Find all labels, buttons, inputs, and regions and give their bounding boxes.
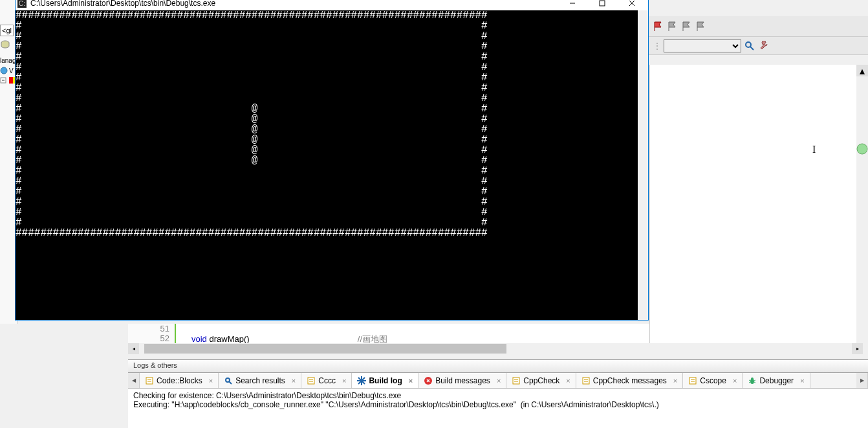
svg-rect-9 xyxy=(146,377,153,384)
error-icon xyxy=(424,376,433,385)
logs-tab-cppcheck[interactable]: CppCheck× xyxy=(506,373,576,388)
tabs-next-icon[interactable]: ▶ xyxy=(856,373,868,388)
console-scrollbar[interactable] xyxy=(638,10,648,320)
svg-line-36 xyxy=(749,380,750,381)
svg-point-35 xyxy=(751,377,754,380)
search-icon[interactable] xyxy=(744,40,755,52)
console-window: C: C:\Users\Administrator\Desktop\tcs\bi… xyxy=(15,0,649,321)
search-combo[interactable] xyxy=(664,39,741,52)
fn-name: drawMap() xyxy=(207,334,250,344)
svg-point-6 xyxy=(746,42,751,47)
ide-search-row: ⋮ xyxy=(648,37,868,55)
notes-icon xyxy=(307,376,316,385)
svg-rect-4 xyxy=(9,77,13,84)
logs-panel: Logs & others ◀ Code::Blocks×Search resu… xyxy=(128,359,868,428)
logs-tab-cccc[interactable]: Cccc× xyxy=(301,373,352,388)
tab-close-icon[interactable]: × xyxy=(566,377,570,385)
editor-hscroll[interactable]: ◂ ▸ xyxy=(128,343,863,354)
svg-rect-31 xyxy=(689,377,696,384)
svg-rect-28 xyxy=(583,377,589,384)
search-icon xyxy=(224,376,233,385)
tabs-prev-icon[interactable]: ◀ xyxy=(128,373,140,388)
scroll-thumb[interactable] xyxy=(144,344,506,354)
tab-label: CppCheck messages xyxy=(593,376,667,385)
svg-point-1 xyxy=(1,67,7,74)
tab-label: Code::Blocks xyxy=(157,376,202,385)
minus-box-icon xyxy=(0,77,8,85)
svg-text:C:: C: xyxy=(19,0,25,7)
scroll-track[interactable] xyxy=(139,343,852,354)
grip-icon: ⋮ xyxy=(653,41,661,51)
globe-icon xyxy=(0,67,8,74)
logs-tab-cscope[interactable]: Cscope× xyxy=(683,373,743,388)
tab-close-icon[interactable]: × xyxy=(673,377,677,385)
close-button[interactable] xyxy=(617,0,647,10)
notes-icon xyxy=(688,376,697,385)
keyword-void: void xyxy=(191,334,207,344)
tab-label: Debugger xyxy=(759,376,794,385)
tab-close-icon[interactable]: × xyxy=(292,377,296,385)
notes-icon xyxy=(145,376,154,385)
svg-line-38 xyxy=(749,382,750,383)
scroll-left-icon[interactable]: ◂ xyxy=(128,343,139,354)
logs-title: Logs & others xyxy=(128,360,868,373)
flag-red-icon[interactable] xyxy=(653,21,665,32)
build-log-output[interactable]: Checking for existence: C:\Users\Adminis… xyxy=(128,389,868,412)
comment: //画地图 xyxy=(358,334,387,344)
scroll-indicator xyxy=(856,142,868,155)
maximize-button[interactable] xyxy=(587,0,617,10)
logs-tab-cppcheck-messages[interactable]: CppCheck messages× xyxy=(576,373,684,388)
console-titlebar[interactable]: C: C:\Users\Administrator\Desktop\tcs\bi… xyxy=(16,0,648,10)
tab-close-icon[interactable]: × xyxy=(800,377,804,385)
tab-label: Cscope xyxy=(700,376,726,385)
svg-line-39 xyxy=(754,382,755,383)
wrench-icon[interactable] xyxy=(758,40,770,52)
tab-close-icon[interactable]: × xyxy=(497,377,501,385)
svg-line-7 xyxy=(750,47,754,50)
tab-close-icon[interactable]: × xyxy=(342,377,346,385)
logs-tab-build-log[interactable]: Build log× xyxy=(352,373,418,388)
ide-editor-blank xyxy=(649,65,868,350)
scroll-up-icon[interactable]: ▴ xyxy=(856,65,868,76)
flag-grey-icon[interactable] xyxy=(696,21,708,32)
logs-tab-build-messages[interactable]: Build messages× xyxy=(418,373,506,388)
svg-rect-14 xyxy=(308,377,314,384)
flag-grey-icon[interactable] xyxy=(682,21,693,32)
global-tag: <gl xyxy=(0,25,14,36)
tab-label: Cccc xyxy=(318,376,336,385)
notes-icon xyxy=(581,376,591,385)
logs-tab-debugger[interactable]: Debugger× xyxy=(743,373,810,388)
logs-tab-code-blocks[interactable]: Code::Blocks× xyxy=(140,373,219,388)
text-cursor-icon: I xyxy=(812,144,816,155)
svg-point-8 xyxy=(857,144,867,154)
notes-icon xyxy=(512,376,521,385)
tab-label: Build messages xyxy=(435,376,490,385)
logs-tab-search-results[interactable]: Search results× xyxy=(219,373,301,388)
ide-toolbar-flags xyxy=(648,16,868,37)
svg-rect-43 xyxy=(600,1,605,6)
tab-label: CppCheck xyxy=(523,376,559,385)
svg-line-37 xyxy=(754,380,755,381)
app-icon: C: xyxy=(17,0,27,8)
logs-tabs: ◀ Code::Blocks×Search results×Cccc×Build… xyxy=(128,373,868,389)
tab-label: Build log xyxy=(369,376,402,385)
tab-close-icon[interactable]: × xyxy=(209,377,213,385)
right-scrollbar[interactable]: ▴ xyxy=(856,65,868,350)
tab-close-icon[interactable]: × xyxy=(409,377,413,385)
svg-rect-25 xyxy=(513,377,519,384)
svg-line-13 xyxy=(229,381,232,384)
bug-icon xyxy=(748,376,757,385)
scroll-right-icon[interactable]: ▸ xyxy=(852,343,863,354)
tab-close-icon[interactable]: × xyxy=(733,377,737,385)
flag-grey-icon[interactable] xyxy=(667,21,679,32)
tab-label: Search results xyxy=(235,376,285,385)
console-output[interactable]: ########################################… xyxy=(16,10,648,320)
minimize-button[interactable] xyxy=(558,0,587,10)
gear-icon xyxy=(357,376,366,385)
console-title: C:\Users\Administrator\Desktop\tcs\bin\D… xyxy=(30,0,558,8)
db-icon xyxy=(0,40,10,49)
